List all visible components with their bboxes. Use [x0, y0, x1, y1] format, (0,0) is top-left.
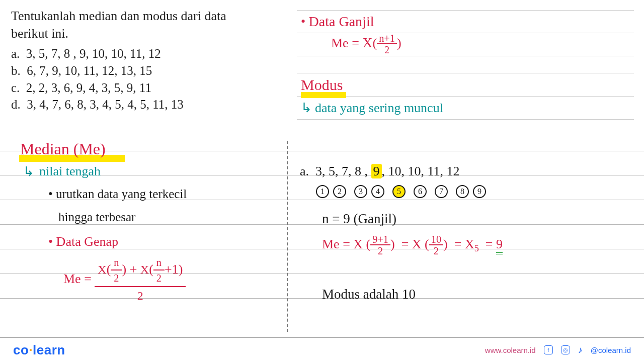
- footer-url: www.colearn.id: [485, 346, 536, 354]
- circle-3: 3: [354, 185, 367, 198]
- facebook-icon: f: [544, 345, 553, 354]
- arrow-icon-left: ↳: [23, 164, 34, 179]
- tiktok-icon: ♪: [578, 345, 583, 355]
- circle-8: 8: [456, 185, 469, 198]
- right-notes-top: • Data Ganjil Me = X(n+12) Modus ↳ data …: [297, 10, 634, 120]
- me-genap-formula: Me = X(n2) + X(n2+1) 2: [63, 257, 186, 303]
- question-prompt: Tentukanlah median dan modus dari data b…: [11, 7, 263, 42]
- item-d: d. 3, 4, 7, 6, 8, 3, 4, 5, 4, 5, 11, 13: [11, 96, 263, 113]
- bullet-icon: •: [301, 14, 309, 29]
- me-answer: 9: [496, 237, 503, 254]
- me-calc: Me = X (9+12) = X (102) = X5 = 9: [322, 234, 503, 257]
- data-genap-heading: • Data Genap: [48, 234, 118, 249]
- circle-1: 1: [316, 185, 329, 198]
- circle-2: 2: [333, 185, 346, 198]
- item-b: b. 6, 7, 9, 10, 11, 12, 13, 15: [11, 62, 263, 79]
- item-c: c. 2, 2, 3, 6, 9, 4, 3, 5, 9, 11: [11, 79, 263, 97]
- data-ganjil-heading: Data Ganjil: [309, 14, 374, 30]
- footer-bar: co·learn www.colearn.id f ◎ ♪ @colearn.i…: [0, 337, 644, 362]
- footer-right: www.colearn.id f ◎ ♪ @colearn.id: [485, 345, 631, 355]
- sort-bullet-2: hingga terbesar: [58, 210, 135, 224]
- circle-6: 6: [414, 185, 427, 198]
- circle-7: 7: [435, 185, 448, 198]
- modus-definition: data yang sering muncul: [315, 101, 443, 116]
- vertical-divider: [287, 141, 288, 332]
- modus-heading: Modus: [301, 76, 343, 94]
- circle-9: 9: [473, 185, 486, 198]
- question-block: Tentukanlah median dan modus dari data b…: [11, 7, 263, 113]
- median-heading: Median (Me): [20, 140, 106, 158]
- median-value-highlight: 9: [371, 164, 382, 178]
- sort-bullet-1: • urutkan data yang terkecil: [48, 187, 187, 201]
- footer-handle: @colearn.id: [591, 346, 631, 354]
- index-circles: 1 2 3 4 5 6 7 8 9: [315, 185, 487, 198]
- modus-answer: Modus adalah 10: [322, 287, 416, 302]
- circle-5: 5: [392, 185, 406, 198]
- n-equals: n = 9 (Ganjil): [322, 211, 396, 227]
- instagram-icon: ◎: [561, 345, 570, 354]
- circle-4: 4: [371, 185, 384, 198]
- example-a-label: a. 3, 5, 7, 8 , 9, 10, 10, 11, 12: [300, 164, 460, 179]
- me-ganjil-formula: Me = X(n+12): [301, 33, 401, 56]
- brand-logo: co·learn: [13, 342, 65, 358]
- item-a: a. 3, 5, 7, 8 , 9, 10, 10, 11, 12: [11, 45, 263, 62]
- arrow-icon: ↳: [301, 100, 312, 116]
- median-subtitle: nilai tengah: [39, 164, 101, 179]
